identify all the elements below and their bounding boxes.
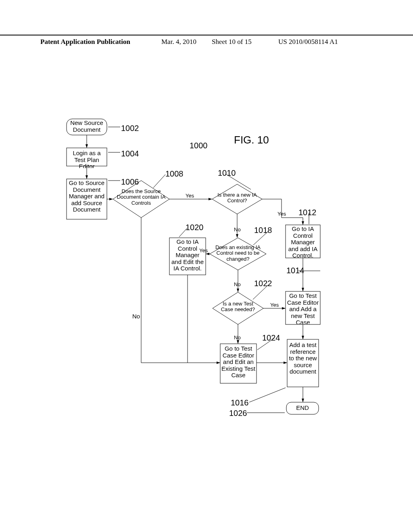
node-new-ia-control: Is there a new IA Control? [217,192,257,204]
edge-no-1008: No [132,313,140,320]
node-edit-ia-control: Go to IA Control Manager and Edit the IA… [170,239,205,272]
edge-yes-1008: Yes [186,193,194,199]
node-add-test-case: Go to Test Case Editor and Add a new Tes… [286,293,319,324]
node-source-doc-manager: Go to Source Document Manager and add So… [67,180,106,213]
svg-line-38 [253,285,268,299]
figure-frame: FIG. 10 1000 1002 1004 1006 1008 1010 10… [28,60,359,488]
flowchart-svg: New Source Document Login as a Test Plan… [28,60,359,488]
svg-line-36 [179,228,187,237]
publication-date: Mar. 4, 2010 [161,38,196,46]
publication-label: Patent Application Publication [40,38,130,46]
svg-line-40 [249,388,286,402]
edge-yes-1010: Yes [277,211,286,217]
node-new-test-case-needed: Is a new Test Case needed? [218,301,258,313]
svg-line-39 [257,338,274,350]
edge-no-1010: No [234,227,241,233]
page-header: Patent Application Publication Mar. 4, 2… [0,35,413,38]
edge-yes-1022: Yes [270,302,279,308]
svg-line-35 [253,231,268,245]
node-existing-ia-change: Does an existing IA Control need to be c… [215,245,261,262]
node-new-source-document: New Source Document [67,120,107,133]
publication-number: US 2010/0058114 A1 [278,38,338,46]
svg-line-32 [153,175,165,188]
edge-no-1018: No [234,281,241,287]
node-contains-ia-controls: Does the Source Document contain IA Cont… [116,189,167,206]
node-add-test-reference: Add a test reference to the new source d… [288,342,318,375]
edge-yes-1018: Yes [199,247,208,254]
sheet-label: Sheet 10 of 15 [212,38,252,46]
node-end: END [286,405,319,411]
svg-line-33 [226,174,251,189]
node-edit-test-case: Go to Test Case Editor and Edit an Exist… [221,345,256,379]
edge-no-1022: No [234,335,241,341]
node-add-ia-control: Go to IA Control Manager and add IA Cont… [286,226,319,258]
node-login-editor: Login as a Test Plan Editor [67,150,106,168]
